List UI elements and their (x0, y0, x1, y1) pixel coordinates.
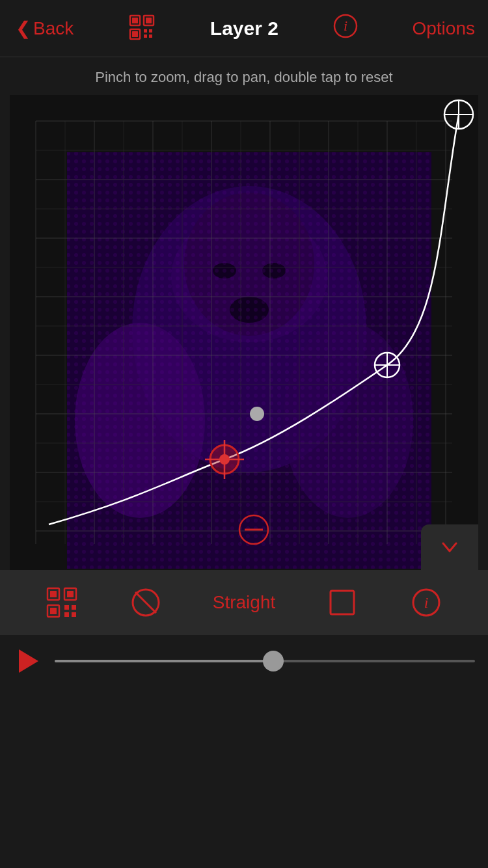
svg-rect-6 (144, 29, 147, 33)
options-button[interactable]: Options (412, 18, 475, 39)
toolbar-qr-button[interactable] (45, 586, 79, 619)
toolbar-info-button[interactable]: i (409, 586, 443, 619)
scrubber-fill (55, 660, 273, 662)
svg-rect-1 (132, 18, 138, 23)
play-button[interactable] (13, 647, 42, 675)
nav-qr-icon[interactable] (128, 13, 156, 44)
svg-rect-75 (64, 612, 69, 617)
hint-text: Pinch to zoom, drag to pan, double tap t… (0, 57, 488, 95)
svg-rect-3 (146, 18, 152, 23)
bottom-toolbar: Straight i (0, 570, 488, 635)
svg-rect-72 (50, 608, 57, 614)
scrubber-track[interactable] (55, 660, 475, 662)
svg-rect-76 (72, 612, 76, 617)
back-chevron-icon: ❮ (16, 18, 31, 39)
back-button[interactable]: ❮ Back (13, 18, 74, 39)
toolbar-square-button[interactable] (325, 586, 359, 619)
svg-rect-79 (331, 591, 354, 614)
grid-overlay (10, 95, 478, 570)
page-title: Layer 2 (210, 18, 278, 40)
svg-rect-74 (72, 605, 76, 610)
svg-rect-70 (67, 591, 74, 597)
svg-rect-68 (50, 591, 57, 597)
svg-rect-5 (132, 31, 138, 37)
svg-point-60 (250, 407, 264, 421)
play-icon (19, 649, 38, 673)
toolbar-slash-button[interactable] (129, 586, 163, 619)
svg-line-78 (135, 592, 156, 613)
scrubber-thumb[interactable] (263, 651, 284, 671)
svg-rect-9 (149, 34, 152, 38)
nav-info-icon[interactable]: i (332, 13, 359, 44)
svg-text:i: i (344, 18, 347, 34)
svg-text:i: i (424, 594, 429, 611)
svg-rect-8 (144, 34, 147, 38)
svg-rect-7 (149, 29, 152, 33)
back-label: Back (33, 18, 74, 39)
nav-bar: ❮ Back Layer 2 i Options (0, 0, 488, 57)
canvas-area[interactable] (10, 95, 478, 570)
play-bar (0, 635, 488, 687)
chevron-down-button[interactable] (421, 524, 478, 570)
toolbar-straight-label[interactable]: Straight (213, 592, 276, 613)
svg-rect-73 (64, 605, 69, 610)
